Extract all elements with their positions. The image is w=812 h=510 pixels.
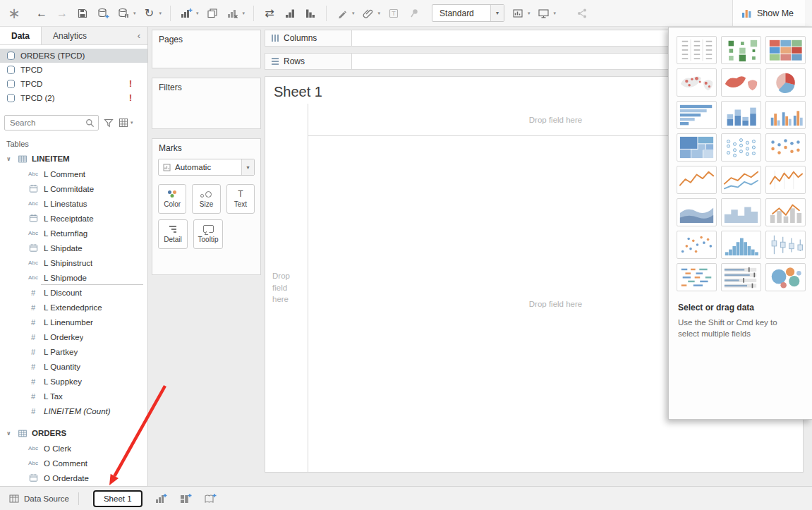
showme-continuous-lines[interactable]	[677, 166, 717, 194]
field-item[interactable]: #L Extendedprice	[0, 300, 147, 315]
fit-selector-caret-icon[interactable]: ▾	[490, 5, 504, 21]
new-worksheet-caret-icon[interactable]: ▾	[196, 11, 199, 16]
field-item[interactable]: AbcL Linestatus	[0, 196, 147, 211]
datasource-item[interactable]: TPCD	[0, 63, 147, 77]
collapse-pane-icon[interactable]: ‹	[131, 27, 147, 44]
showme-dual-combination[interactable]	[765, 198, 806, 226]
showme-gantt[interactable]	[677, 263, 717, 291]
refresh-caret-icon[interactable]: ▾	[159, 11, 162, 16]
field-item[interactable]: #L Orderkey	[0, 329, 147, 344]
pages-card[interactable]: Pages	[152, 30, 261, 68]
table-header-lineitem[interactable]: ∨LINEITEM	[0, 151, 147, 166]
add-data-source-icon[interactable]	[96, 5, 110, 22]
view-options-icon[interactable]: ▾	[119, 118, 133, 128]
new-worksheet-icon[interactable]	[179, 5, 193, 22]
highlight-caret-icon[interactable]: ▾	[352, 11, 355, 16]
new-worksheet-tab-icon[interactable]	[152, 491, 169, 506]
field-item[interactable]: #L Quantity	[0, 359, 147, 374]
field-item[interactable]: #L Suppkey	[0, 374, 147, 389]
mark-type-dropdown[interactable]: Automatic ▾	[158, 159, 255, 176]
showme-discrete-lines[interactable]	[765, 166, 806, 194]
chevron-down-icon[interactable]: ∨	[6, 430, 13, 437]
showme-side-by-side-bars[interactable]	[765, 101, 806, 129]
undo-icon[interactable]: ←	[35, 5, 49, 22]
pause-updates-icon[interactable]	[116, 5, 131, 22]
datasource-item[interactable]: ORDERS (TPCD)	[0, 49, 147, 63]
pause-updates-caret-icon[interactable]: ▾	[133, 11, 136, 16]
showme-symbol-map[interactable]	[677, 68, 717, 97]
size-button[interactable]: Size	[192, 184, 220, 214]
showme-area-discrete[interactable]	[721, 198, 761, 226]
presentation-caret-icon[interactable]: ▾	[554, 11, 557, 16]
datasource-item[interactable]: TPCD!	[0, 77, 147, 91]
showme-pie-chart[interactable]	[765, 68, 806, 97]
refresh-data-icon[interactable]: ↻	[143, 5, 157, 22]
drop-zone-left[interactable]: Drop field here	[265, 104, 308, 472]
showme-histogram[interactable]	[721, 231, 761, 259]
showme-dual-lines[interactable]	[721, 166, 761, 194]
save-icon[interactable]	[75, 5, 90, 22]
field-item[interactable]: AbcO Clerk	[0, 441, 147, 456]
field-item[interactable]: AbcL Returnflag	[0, 226, 147, 241]
showme-text-table[interactable]	[677, 36, 717, 64]
field-item[interactable]: AbcL Shipmode	[0, 270, 147, 285]
datasource-item[interactable]: TPCD (2)!	[0, 91, 147, 105]
color-button[interactable]: Color	[158, 184, 186, 214]
search-box[interactable]	[4, 115, 99, 130]
showme-highlight-table[interactable]	[765, 36, 806, 64]
detail-button[interactable]: Detail	[158, 219, 188, 249]
new-story-icon[interactable]	[202, 491, 219, 506]
filters-card[interactable]: Filters	[152, 78, 261, 129]
text-button[interactable]: T Text	[226, 184, 255, 214]
field-item[interactable]: L Receiptdate	[0, 211, 147, 226]
showme-box-and-whisker[interactable]	[765, 231, 806, 259]
sheet-1-tab[interactable]: Sheet 1	[93, 490, 143, 507]
group-members-caret-icon[interactable]: ▾	[378, 11, 381, 16]
showme-treemap[interactable]	[677, 133, 717, 162]
chevron-down-icon[interactable]: ∨	[6, 156, 13, 162]
showme-bullet-graph[interactable]	[721, 263, 761, 291]
sort-ascending-icon[interactable]	[283, 5, 297, 22]
highlight-icon[interactable]	[335, 5, 349, 22]
group-members-icon[interactable]	[361, 5, 375, 22]
clear-sheet-caret-icon[interactable]: ▾	[243, 11, 246, 16]
field-item[interactable]: L Shipdate	[0, 241, 147, 255]
field-item[interactable]: O Orderdate	[0, 470, 147, 485]
presentation-mode-icon[interactable]	[537, 5, 551, 22]
sort-descending-icon[interactable]	[303, 5, 317, 22]
showme-area-continuous[interactable]	[677, 198, 717, 226]
field-item[interactable]: L Commitdate	[0, 181, 147, 196]
field-item[interactable]: AbcL Shipinstruct	[0, 255, 147, 270]
filter-fields-icon[interactable]	[104, 119, 114, 128]
swap-axes-icon[interactable]: ⇄	[262, 5, 277, 22]
share-icon[interactable]	[575, 5, 589, 22]
field-item[interactable]: #LINEITEM (Count)	[0, 403, 147, 418]
showme-horizontal-bars[interactable]	[677, 101, 717, 129]
field-item[interactable]: #L Discount	[0, 285, 147, 300]
showme-side-by-side-circles[interactable]	[765, 133, 806, 162]
show-mark-labels-icon[interactable]: T	[387, 5, 401, 22]
new-dashboard-icon[interactable]	[177, 491, 194, 506]
show-me-button[interactable]: Show Me	[732, 0, 805, 26]
tab-data[interactable]: Data	[0, 27, 42, 44]
show-cards-caret-icon[interactable]: ▾	[528, 11, 531, 16]
fix-axes-icon[interactable]	[407, 5, 421, 22]
table-header-orders[interactable]: ∨ORDERS	[0, 425, 147, 441]
field-item[interactable]: AbcO Comment	[0, 456, 147, 470]
field-item[interactable]: #L Linenumber	[0, 315, 147, 329]
fit-selector[interactable]: Standard ▾	[432, 4, 504, 22]
showme-stacked-bars[interactable]	[721, 101, 761, 129]
redo-icon[interactable]: →	[55, 5, 69, 22]
clear-sheet-icon[interactable]	[226, 5, 240, 22]
mark-type-caret-icon[interactable]: ▾	[241, 159, 254, 175]
showme-heat-map[interactable]	[721, 36, 761, 64]
tab-analytics[interactable]: Analytics	[42, 27, 98, 44]
showme-scatter-plot[interactable]	[677, 231, 717, 259]
show-cards-icon[interactable]	[511, 5, 525, 22]
tooltip-button[interactable]: Tooltip	[193, 219, 223, 249]
field-item[interactable]: #L Partkey	[0, 344, 147, 359]
fit-selector-value[interactable]: Standard	[432, 5, 490, 21]
field-item[interactable]: AbcL Comment	[0, 166, 147, 181]
showme-packed-bubbles[interactable]	[765, 263, 806, 291]
data-source-tab[interactable]: Data Source	[0, 487, 78, 510]
